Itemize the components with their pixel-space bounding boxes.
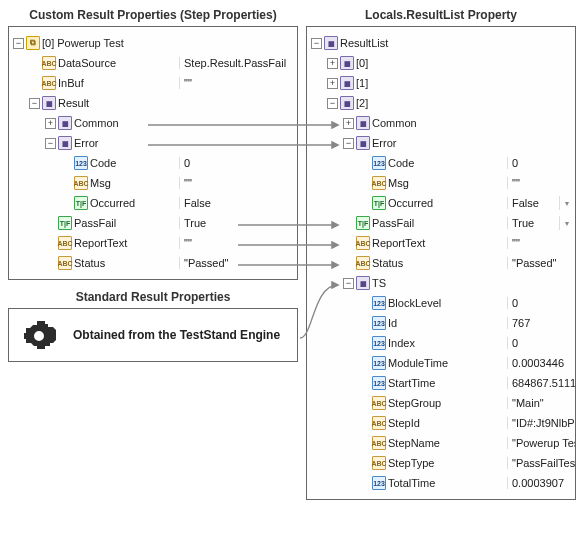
tree-row[interactable]: ABC StepType "PassFailTest" <box>307 453 575 473</box>
tree-row[interactable]: T|F Occurred False <box>9 193 297 213</box>
boolean-icon: T|F <box>356 216 370 230</box>
number-icon: 123 <box>372 316 386 330</box>
tree-row[interactable]: − ▦ Result <box>9 93 297 113</box>
container-icon: ▦ <box>340 96 354 110</box>
number-icon: 123 <box>74 156 88 170</box>
number-icon: 123 <box>372 376 386 390</box>
container-icon: ▦ <box>58 116 72 130</box>
right-tree-panel: − ▦ ResultList + ▦ [0] + ▦ [1] − <box>306 26 576 500</box>
tree-row[interactable]: ABC DataSource Step.Result.PassFail <box>9 53 297 73</box>
node-value: "Powerup Test" <box>507 437 575 449</box>
collapse-icon[interactable]: − <box>29 98 40 109</box>
tree-row[interactable]: − ▦ [2] <box>307 93 575 113</box>
collapse-icon[interactable]: − <box>343 278 354 289</box>
container-icon: ▦ <box>356 116 370 130</box>
node-label: [0] Powerup Test <box>42 37 124 49</box>
boolean-icon: T|F <box>372 196 386 210</box>
node-label: Error <box>74 137 98 149</box>
collapse-icon[interactable]: − <box>45 138 56 149</box>
tree-row-reporttext[interactable]: ABC ReportText "" <box>9 233 297 253</box>
node-label: DataSource <box>58 57 116 69</box>
collapse-icon[interactable]: − <box>311 38 322 49</box>
node-label: Occurred <box>388 197 433 209</box>
node-label: BlockLevel <box>388 297 441 309</box>
collapse-icon[interactable]: − <box>343 138 354 149</box>
node-value: "Passed" <box>507 257 575 269</box>
number-icon: 123 <box>372 156 386 170</box>
node-value: "Passed" <box>179 257 297 269</box>
node-label: StartTime <box>388 377 435 389</box>
tree-row[interactable]: T|F Occurred False ▾ <box>307 193 575 213</box>
boolean-icon: T|F <box>74 196 88 210</box>
tree-row[interactable]: 123 ModuleTime 0.0003446 <box>307 353 575 373</box>
node-value: 0.0003446 <box>507 357 575 369</box>
tree-row-common[interactable]: + ▦ Common <box>307 113 575 133</box>
tree-row[interactable]: ABC StepId "ID#:Jt9NlbPHP... <box>307 413 575 433</box>
dropdown-icon[interactable]: ▾ <box>559 196 573 210</box>
node-label: StepId <box>388 417 420 429</box>
string-icon: ABC <box>356 236 370 250</box>
engine-icon <box>23 319 59 351</box>
node-label: Code <box>90 157 116 169</box>
tree-row-passfail[interactable]: T|F PassFail True ▾ <box>307 213 575 233</box>
number-icon: 123 <box>372 296 386 310</box>
node-label: PassFail <box>74 217 116 229</box>
node-value: "" <box>507 177 575 189</box>
node-value: "" <box>507 237 575 249</box>
tree-row[interactable]: 123 Code 0 <box>307 153 575 173</box>
number-icon: 123 <box>372 336 386 350</box>
tree-row[interactable]: + ▦ [1] <box>307 73 575 93</box>
node-value: "" <box>179 177 297 189</box>
tree-row[interactable]: ABC Msg "" <box>9 173 297 193</box>
tree-row[interactable]: 123 TotalTime 0.0003907 <box>307 473 575 493</box>
tree-row-root[interactable]: − ⧉ [0] Powerup Test <box>9 33 297 53</box>
node-label: StepName <box>388 437 440 449</box>
expand-icon[interactable]: + <box>343 118 354 129</box>
node-label: StepGroup <box>388 397 441 409</box>
tree-row-common[interactable]: + ▦ Common <box>9 113 297 133</box>
number-icon: 123 <box>372 476 386 490</box>
expand-icon[interactable]: + <box>45 118 56 129</box>
node-label: ResultList <box>340 37 388 49</box>
tree-row-error[interactable]: − ▦ Error <box>9 133 297 153</box>
tree-row[interactable]: 123 Index 0 <box>307 333 575 353</box>
tree-row-status[interactable]: ABC Status "Passed" <box>307 253 575 273</box>
container-icon: ▦ <box>42 96 56 110</box>
std-panel: Obtained from the TestStand Engine <box>8 308 298 362</box>
tree-row[interactable]: 123 Code 0 <box>9 153 297 173</box>
std-panel-title: Standard Result Properties <box>8 290 298 304</box>
node-label: Result <box>58 97 89 109</box>
expand-icon[interactable]: + <box>327 58 338 69</box>
tree-row-passfail[interactable]: T|F PassFail True <box>9 213 297 233</box>
node-value: "" <box>179 237 297 249</box>
collapse-icon[interactable]: − <box>327 98 338 109</box>
node-label: TS <box>372 277 386 289</box>
node-label: PassFail <box>372 217 414 229</box>
number-icon: 123 <box>372 356 386 370</box>
tree-row-root[interactable]: − ▦ ResultList <box>307 33 575 53</box>
collapse-icon[interactable]: − <box>13 38 24 49</box>
tree-row[interactable]: ABC Msg "" <box>307 173 575 193</box>
tree-row[interactable]: 123 StartTime 684867.5111908 <box>307 373 575 393</box>
tree-row-status[interactable]: ABC Status "Passed" <box>9 253 297 273</box>
tree-row[interactable]: 123 Id 767 <box>307 313 575 333</box>
sequence-icon: ⧉ <box>26 36 40 50</box>
left-panel-title: Custom Result Properties (Step Propertie… <box>8 8 298 22</box>
tree-row-reporttext[interactable]: ABC ReportText "" <box>307 233 575 253</box>
string-icon: ABC <box>42 56 56 70</box>
node-label: ModuleTime <box>388 357 448 369</box>
tree-row[interactable]: 123 BlockLevel 0 <box>307 293 575 313</box>
tree-row-ts[interactable]: − ▦ TS <box>307 273 575 293</box>
node-label: Status <box>74 257 105 269</box>
string-icon: ABC <box>42 76 56 90</box>
tree-row[interactable]: ABC StepGroup "Main" <box>307 393 575 413</box>
node-value: 0 <box>507 157 575 169</box>
node-label: Error <box>372 137 396 149</box>
tree-row[interactable]: ABC StepName "Powerup Test" <box>307 433 575 453</box>
tree-row-error[interactable]: − ▦ Error <box>307 133 575 153</box>
tree-row[interactable]: ABC InBuf "" <box>9 73 297 93</box>
tree-row[interactable]: + ▦ [0] <box>307 53 575 73</box>
expand-icon[interactable]: + <box>327 78 338 89</box>
dropdown-icon[interactable]: ▾ <box>559 216 573 230</box>
node-value: 0 <box>507 297 575 309</box>
